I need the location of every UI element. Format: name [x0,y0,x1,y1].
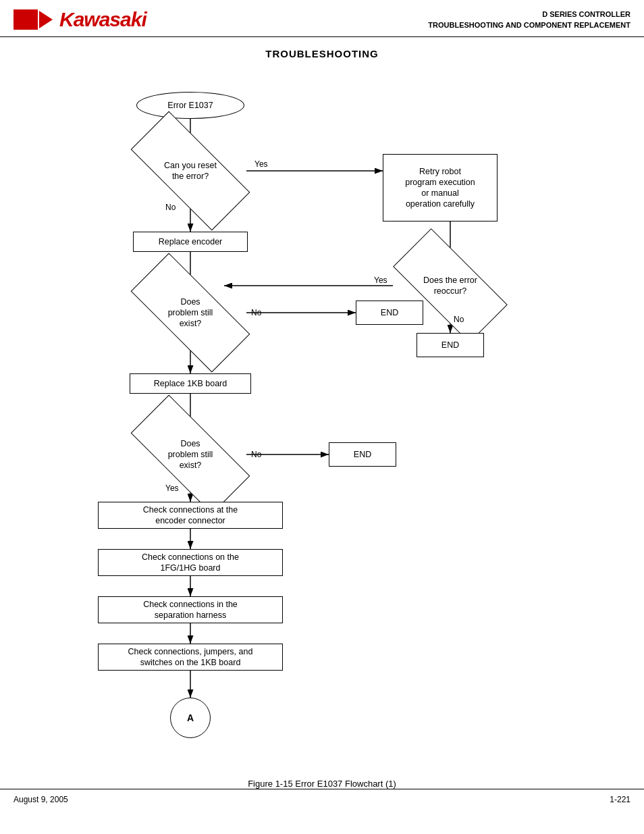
check-jumpers-box: Check connections, jumpers, andswitches … [98,644,283,671]
flowchart: Error E1037 Can you resetthe error? Yes … [18,73,626,789]
footer-page: 1-221 [610,795,630,804]
yes-label-1: Yes [254,159,268,169]
no-label-1: No [165,203,176,212]
retry-box: Retry robotprogram executionor manualope… [383,154,498,221]
end-box-1: END [417,333,484,357]
check-separation-box: Check connections in theseparation harne… [98,596,283,623]
logo-arrow-icon [39,9,58,30]
figure-caption: Figure 1-15 Error E1037 Flowchart (1) [18,779,626,789]
page-header: Kawasaki D SERIES CONTROLLER TROUBLESHOO… [0,0,644,37]
check-encoder-box: Check connections at theencoder connecto… [98,502,283,529]
check-1fg-box: Check connections on the1FG/1HG board [98,549,283,576]
footer-date: August 9, 2005 [14,795,68,804]
logo-red-box [14,9,38,30]
page-footer: August 9, 2005 1-221 [0,789,644,810]
replace-1kb-box: Replace 1KB board [130,373,251,394]
yes-label-5: Yes [165,484,179,493]
replace-encoder-box: Replace encoder [133,232,248,252]
diamond-problem-exist-1: Doesproblem stillexist? [133,286,248,340]
page-title: TROUBLESHOOTING [0,48,644,59]
logo-brand: Kawasaki [59,8,146,31]
start-oval: Error E1037 [136,92,244,119]
logo-area: Kawasaki [14,8,146,31]
no-label-2: No [454,315,464,324]
arrow-svg [18,73,626,789]
header-series: D SERIES CONTROLLER [428,9,630,20]
no-label-3: No [251,308,261,317]
end-box-3: END [329,442,396,467]
header-right: D SERIES CONTROLLER TROUBLESHOOTING AND … [428,9,630,31]
no-label-4: No [251,450,261,459]
end-box-2: END [356,301,423,325]
connector-a: A [170,698,211,738]
yes-label-2: Yes [374,276,387,285]
header-subtitle: TROUBLESHOOTING AND COMPONENT REPLACEMEN… [428,20,630,31]
diamond-problem-exist-2: Doesproblem stillexist? [133,427,248,481]
svg-marker-0 [39,11,53,28]
diamond-reset-error: Can you resetthe error? [133,144,248,198]
